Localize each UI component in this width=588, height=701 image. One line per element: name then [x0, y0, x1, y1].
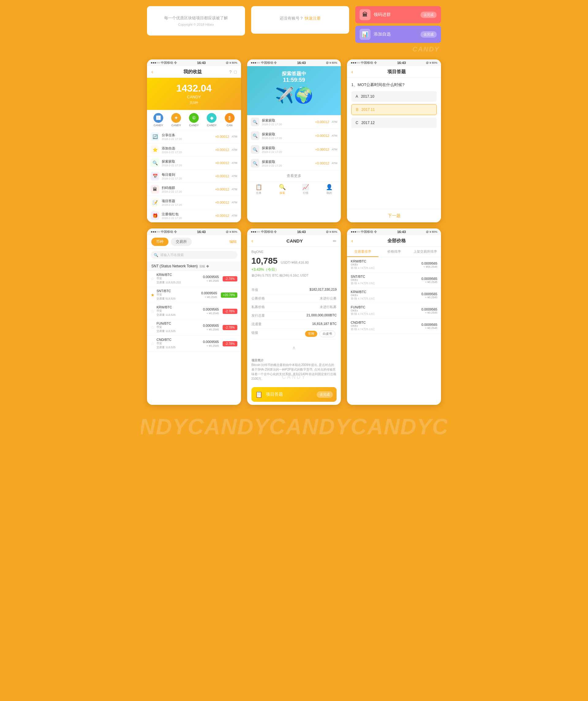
candy-stats: 量(24h) 5.79万 BTC.额(24h) 6.16亿 USDT — [251, 273, 337, 278]
help-icon[interactable]: ? — [229, 69, 231, 74]
token-volume-1: 交易量 113,525,222 — [157, 280, 201, 284]
price-tab-listed[interactable]: 上架交易所排序 — [410, 247, 441, 257]
price-row-2[interactable]: SNT/BTC OKEx 量/额 4.74万/5.13亿 0.0009565 ≈… — [347, 273, 441, 288]
search-bar[interactable]: 🔍 请输入币名搜索 — [151, 251, 237, 259]
token-row-2[interactable]: ★ SNT/BTC 币安 交易量 513,525 0.0009565 ≈ ¥0.… — [147, 287, 241, 303]
star-3[interactable]: ☆ — [151, 309, 155, 313]
token-pair-3: KRW/BTC — [157, 305, 201, 309]
quiz-option-b[interactable]: B 2017.11 — [351, 104, 437, 115]
join-group-button[interactable]: 去完成 — [420, 12, 437, 18]
token-header: SNT (Status Network Token) 涨幅 ◆ — [147, 261, 241, 271]
checkin-info: 每日签到 2018-2-22 17:20 — [162, 173, 213, 180]
candy-wm-1: CANDY — [141, 414, 188, 439]
nav-task[interactable]: 📋 任务 — [247, 184, 271, 195]
earnings-item-3: 🔍 探索获取 2018-2-22 17:20 +0.00012 ATM — [147, 157, 241, 170]
join-group-card[interactable]: 🏛 领码进群 去完成 — [355, 6, 441, 23]
edit-button[interactable]: 编辑 — [229, 239, 237, 244]
view-more[interactable]: 查看更多 — [247, 170, 341, 182]
back-arrow-5[interactable]: ‹ — [251, 238, 253, 244]
token-volume-5: 交易量 113,525 — [157, 345, 201, 349]
token-price-3: 0.0009565 — [203, 307, 219, 311]
price-main-4: 0.0009565 — [421, 307, 437, 311]
price-value-4: 0.0009565 ≈ ¥0.2545 — [421, 307, 437, 314]
candy-footer-btn[interactable]: 📋 项目答题 去完成 — [251, 387, 337, 402]
market-nav-icon: 📈 — [302, 184, 309, 191]
tab-exchange[interactable]: 交易所 — [171, 238, 192, 246]
star-4[interactable]: ☆ — [151, 325, 155, 330]
price-volume-4: 量/额 4.74万/5.13亿 — [351, 312, 421, 316]
price-tab-price[interactable]: 价格排序 — [379, 247, 410, 257]
star-1[interactable]: ☆ — [151, 276, 155, 281]
whitepaper-button[interactable]: 白皮书 — [320, 330, 335, 337]
back-arrow-1[interactable]: ‹ — [151, 69, 153, 75]
price-tab-volume[interactable]: 交易量排序 — [347, 247, 378, 257]
candy-watermarks-row: CANDY CANDY CANDY CANDY CAN — [141, 411, 447, 445]
token-row-4[interactable]: ☆ FUN/BTC 币安 交易量 113,525 0.0009565 ≈ ¥0.… — [147, 319, 241, 336]
scroll-up[interactable]: ∧ — [247, 342, 341, 353]
candy-source: BigONE — [251, 250, 337, 254]
explore-list-amount-2: +0.00012 — [315, 134, 329, 138]
nav-explore[interactable]: 🔍 探索 — [270, 184, 294, 195]
share-title: 分享任务 — [162, 133, 213, 138]
checkin-icon: 📅 — [151, 172, 159, 180]
nav-profile[interactable]: 👤 我的 — [318, 184, 341, 195]
candy-detail-header: BigONE 10,785 USDT=¥68,416.80 +3.43%（今日）… — [247, 247, 341, 281]
token-row-1[interactable]: ☆ KRW/BTC 币安 交易量 113,525,222 0.0009565 ≈… — [147, 271, 241, 287]
battery-3: @ ¥ 80% — [426, 61, 437, 64]
join-group-icon: 🏛 — [360, 9, 371, 20]
official-site-button[interactable]: 官网 — [305, 331, 317, 337]
edit-icon-5[interactable]: ✏ — [333, 239, 337, 243]
next-button[interactable]: 下一题 — [388, 213, 401, 218]
timer: 11:59:59 — [283, 77, 305, 83]
total-value: 21,000,000,000BTC — [307, 313, 337, 318]
token-row-3[interactable]: ☆ KRW/BTC 币安 交易量 113,525 0.0009565 ≈ ¥0.… — [147, 303, 241, 319]
price-row-5[interactable]: CND/BTC OKEx 量/额 4.74万/5.13亿 0.0009565 ≈… — [347, 318, 441, 334]
quiz-option-a[interactable]: A 2017.10 — [351, 91, 437, 102]
back-arrow-3[interactable]: ‹ — [351, 69, 353, 75]
price-row-4[interactable]: FUN/BTC OKEx 量/额 4.74万/5.13亿 0.0009565 ≈… — [347, 303, 441, 318]
earnings-currency: CANDY — [152, 94, 236, 99]
carrier-1: ●●●○○ 中国移动 令 — [151, 61, 177, 65]
token-cny-4: ≈ ¥0.2545 — [207, 328, 219, 331]
private-value: 未进行私募 — [320, 305, 337, 309]
candy-watermark-5: CANDY — [247, 374, 341, 380]
star-5[interactable]: ☆ — [151, 341, 155, 346]
price-exchange-4: OKEx — [351, 309, 421, 312]
back-arrow-6[interactable]: ‹ — [351, 238, 353, 244]
coin-item-3[interactable]: © CANDY — [186, 113, 202, 127]
explore-list-date-1: 2018-2-22 17:20 — [262, 123, 313, 126]
price-cny-2: ≈ ¥0.2545 — [421, 280, 437, 284]
price-row-1[interactable]: KRW/BTC OKEx 量/额 4.74万/5.13亿 0.0009565 ≈… — [347, 257, 441, 273]
nav-market[interactable]: 📈 行情 — [294, 184, 318, 195]
token-row-5[interactable]: ☆ CND/BTC 币安 交易量 113,525 0.0009565 ≈ ¥0.… — [147, 336, 241, 352]
explore-list-amount-4: +0.00012 — [315, 161, 329, 165]
token-price-1: 0.0009565 — [203, 275, 219, 279]
supply-label: 流通量 — [251, 322, 261, 326]
nav-title-5: CANDY — [256, 238, 333, 243]
coin-circle-5: ₿ — [225, 113, 235, 123]
register-link[interactable]: 快速注册 — [305, 16, 321, 20]
earnings-list: 🔄 分享任务 2018-2-22 17:20 +0.00012 ATM ⭐ 添加… — [147, 130, 241, 222]
join-group-label: 领码进群 — [374, 12, 417, 17]
footer-btn-action[interactable]: 去完成 — [317, 391, 333, 398]
wallet-icon[interactable]: □ — [234, 69, 236, 74]
earnings-item-2: ⭐ 添加自选 2018-2-22 17:20 +0.00012 ATM — [147, 143, 241, 157]
add-watchlist-card[interactable]: 📊 添加自选 去完成 — [355, 26, 441, 43]
coin-item-2[interactable]: ✦ CANDY — [168, 113, 184, 127]
explore-list: 🔍 探索获取 2018-2-22 17:20 +0.00012 ATM 🔍 探索… — [247, 115, 341, 170]
coin-item-4[interactable]: ◈ CANDY — [204, 113, 219, 127]
quiz-icon: 📝 — [151, 198, 159, 207]
add-watchlist-button[interactable]: 去完成 — [420, 31, 437, 38]
coin-item-1[interactable]: 🅱 CANDY — [151, 113, 166, 127]
option-b-label: B — [356, 107, 358, 112]
coin-item-5[interactable]: ₿ CAN — [222, 113, 237, 127]
quiz-option-c[interactable]: C 2017.12 — [351, 118, 437, 128]
candy-wm-4: CANDY — [351, 414, 432, 439]
tab-coin[interactable]: 币种 — [151, 238, 168, 246]
token-right-3: 0.0009565 ≈ ¥0.2545 — [203, 307, 219, 315]
token-exchange-5: 币安 — [157, 341, 201, 345]
price-row-3[interactable]: KRW/BTC OKEx 量/额 4.74万/5.13亿 0.0009565 ≈… — [347, 288, 441, 303]
token-info-3: KRW/BTC 币安 交易量 113,525 — [157, 305, 201, 317]
status-bar-5: ●●●○○ 中国移动 令 16:43 @ ¥ 80% — [247, 228, 341, 235]
star-2[interactable]: ★ — [151, 292, 155, 297]
